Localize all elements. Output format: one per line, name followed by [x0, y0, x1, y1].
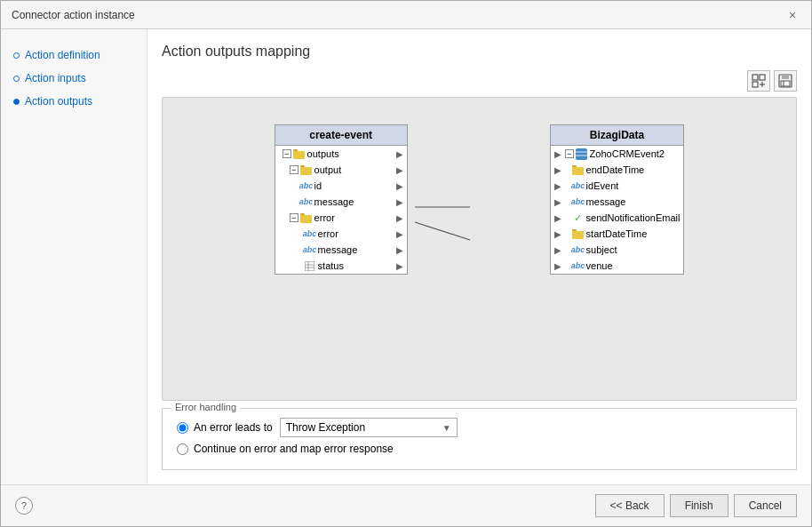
sidebar-item-action-definition[interactable]: Action definition [10, 47, 138, 63]
error-handling-legend: Error handling [171, 402, 240, 412]
tree-node: ▶ startDateTime [551, 226, 684, 242]
sidebar-dot [13, 76, 20, 82]
node-arrow: ▶ [389, 213, 403, 223]
footer: ? << Back Finish Cancel [1, 484, 811, 526]
save-button[interactable] [774, 70, 797, 92]
layout-icon [752, 74, 766, 88]
node-arrow: ▶ [389, 229, 403, 239]
expand-icon[interactable]: − [283, 149, 291, 158]
sidebar-dot [13, 99, 20, 105]
svg-rect-17 [300, 213, 305, 215]
cancel-button[interactable]: Cancel [734, 494, 797, 517]
svg-rect-7 [781, 81, 790, 86]
node-arrow: ▶ [389, 165, 403, 175]
node-label: startDateTime [586, 228, 648, 239]
tree-node: abc id ▶ [275, 178, 407, 194]
svg-rect-27 [572, 231, 584, 239]
page-title: Action outputs mapping [162, 44, 797, 60]
svg-rect-28 [572, 229, 577, 231]
throw-exception-dropdown[interactable]: Throw Exception ▼ [280, 418, 458, 437]
footer-left: ? [15, 497, 33, 515]
right-tree-box: BizagiData ▶ − ZohoCRMEvent2 [550, 124, 685, 275]
svg-rect-14 [300, 167, 312, 175]
tree-node: − outputs ▶ [275, 146, 407, 162]
svg-rect-12 [293, 151, 298, 153]
back-button[interactable]: << Back [595, 494, 665, 517]
node-arrow: ▶ [389, 181, 403, 191]
svg-rect-6 [782, 75, 789, 79]
radio-error-leads-to[interactable] [177, 422, 188, 434]
connector-dialog: Connector action instance × Action defin… [0, 0, 812, 527]
node-label: message [318, 244, 358, 255]
table-icon [304, 260, 316, 272]
svg-rect-13 [293, 149, 298, 151]
close-button[interactable]: × [784, 7, 800, 23]
folder-icon [300, 212, 313, 224]
sidebar-item-label: Action definition [25, 49, 100, 61]
right-box-title: BizagiData [551, 125, 684, 146]
node-arrow: ▶ [389, 261, 403, 271]
abc-icon: abc [300, 180, 313, 192]
dropdown-value: Throw Exception [286, 421, 365, 434]
node-arrow: ▶ [389, 245, 403, 255]
node-arrow: ▶ [554, 197, 561, 207]
tree-node: ▶ abc venue [551, 258, 684, 274]
node-arrow: ▶ [554, 181, 561, 191]
svg-rect-1 [760, 75, 765, 80]
svg-rect-22 [576, 148, 587, 160]
abc-icon: abc [572, 196, 585, 208]
save-icon [778, 74, 792, 88]
node-label: message [586, 196, 626, 207]
footer-right: << Back Finish Cancel [595, 494, 797, 517]
svg-rect-18 [305, 261, 314, 271]
help-button[interactable]: ? [15, 497, 33, 515]
folder-icon [572, 228, 585, 240]
tree-node: ▶ abc message [551, 194, 684, 210]
node-label: ZohoCRMEvent2 [590, 148, 665, 159]
sidebar-dot [13, 52, 20, 59]
node-label: message [314, 196, 354, 207]
tree-node: status ▶ [275, 258, 407, 274]
radio-option-2[interactable]: Continue on error and map error response [177, 443, 394, 455]
radio-option-1[interactable]: An error leads to [177, 421, 273, 434]
node-label: idEvent [586, 180, 619, 191]
radio-continue-on-error[interactable] [177, 443, 188, 455]
node-label: venue [586, 260, 613, 271]
node-arrow: ▶ [554, 149, 561, 159]
error-row-1: An error leads to Throw Exception ▼ [177, 418, 782, 437]
abc-icon: abc [572, 180, 585, 192]
finish-button[interactable]: Finish [670, 494, 728, 517]
sidebar-item-action-inputs[interactable]: Action inputs [10, 70, 138, 86]
expand-icon[interactable]: − [290, 165, 299, 174]
svg-rect-2 [752, 82, 758, 87]
abc-icon: abc [300, 196, 313, 208]
db-icon [576, 148, 588, 160]
node-label: error [314, 212, 335, 223]
abc-icon: abc [304, 228, 316, 240]
abc-icon: abc [572, 244, 585, 256]
tree-node: ▶ abc idEvent [551, 178, 684, 194]
node-arrow: ▶ [554, 229, 561, 239]
radio-label-2: Continue on error and map error response [194, 443, 394, 455]
svg-rect-16 [300, 215, 312, 223]
tree-node: abc error ▶ [275, 226, 407, 242]
node-label: endDateTime [586, 164, 645, 175]
expand-icon[interactable]: − [565, 149, 574, 158]
left-tree-box: create-event − outputs ▶ [275, 124, 408, 275]
svg-rect-25 [572, 167, 584, 175]
sidebar-item-label: Action inputs [25, 72, 86, 84]
svg-line-10 [415, 222, 470, 240]
mapping-boxes: create-event − outputs ▶ [275, 124, 685, 275]
svg-rect-26 [572, 165, 577, 167]
node-arrow: ▶ [554, 213, 561, 223]
tree-node: − error ▶ [275, 210, 407, 226]
svg-rect-0 [752, 75, 758, 80]
layout-button[interactable] [747, 70, 770, 92]
node-arrow: ▶ [554, 261, 561, 271]
dialog-title: Connector action instance [12, 9, 135, 21]
sidebar-item-action-outputs[interactable]: Action outputs [10, 93, 138, 109]
abc-icon: abc [304, 244, 316, 256]
left-box-title: create-event [275, 125, 407, 146]
tree-node: ▶ endDateTime [551, 162, 684, 178]
expand-icon[interactable]: − [290, 213, 299, 222]
